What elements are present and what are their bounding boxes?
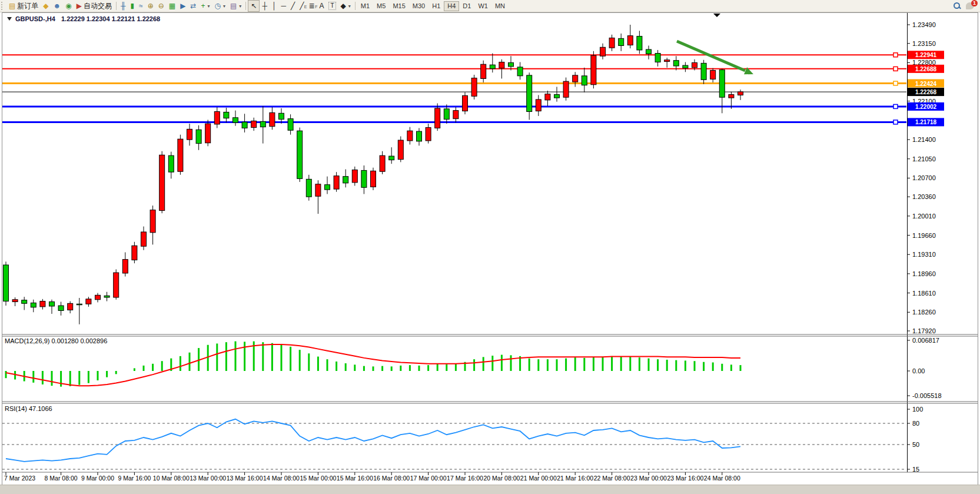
text-icon[interactable]: A bbox=[317, 1, 326, 11]
tile-windows-icon[interactable]: ▦ bbox=[167, 1, 178, 11]
level-line-handle[interactable] bbox=[893, 120, 898, 124]
notifications-icon[interactable]: 1 bbox=[966, 2, 974, 9]
candle-body bbox=[306, 179, 311, 197]
price-tick-label: 1.19660 bbox=[912, 232, 936, 239]
candle-body bbox=[609, 38, 614, 48]
dropdown-arrow-icon[interactable]: ▾ bbox=[223, 4, 225, 9]
dropdown-arrow-icon[interactable]: ▾ bbox=[207, 4, 210, 9]
candle-body bbox=[417, 131, 422, 141]
vertical-line-icon: │ bbox=[272, 1, 277, 11]
periods-icon: ◷ bbox=[214, 1, 220, 11]
candle-body bbox=[527, 75, 532, 112]
candle-body bbox=[40, 301, 45, 307]
candle-body bbox=[260, 121, 265, 127]
dropdown-arrow-icon[interactable]: ▾ bbox=[348, 4, 351, 9]
candle-body bbox=[160, 155, 165, 210]
candle-body bbox=[536, 100, 541, 111]
level-line-handle[interactable] bbox=[893, 53, 898, 57]
toolbar-grip bbox=[1, 2, 5, 10]
zoom-in-icon[interactable]: ⊕ bbox=[145, 1, 156, 11]
vertical-line-icon[interactable]: │ bbox=[270, 1, 279, 11]
window-bottom-scrollbar[interactable] bbox=[0, 485, 980, 494]
candle-body bbox=[582, 76, 587, 85]
text-label-icon: T bbox=[328, 2, 335, 10]
price-tick-label: 1.20700 bbox=[912, 174, 936, 181]
candle-body bbox=[68, 303, 73, 310]
arrows-icon[interactable]: ◆▾ bbox=[338, 1, 353, 11]
candlestick-chart-icon: ▮ bbox=[130, 1, 134, 11]
price-tick-label: 1.19310 bbox=[912, 251, 936, 258]
candle-body bbox=[407, 131, 413, 141]
level-line-handle[interactable] bbox=[893, 81, 898, 85]
timeframe-button-m30[interactable]: M30 bbox=[409, 1, 428, 11]
quote-ohlc: 1.22229 1.22304 1.22121 1.22268 bbox=[61, 15, 160, 22]
bar-chart-icon[interactable]: ╫ bbox=[118, 1, 128, 11]
line-chart-icon[interactable]: ≈ bbox=[137, 1, 145, 11]
timeframe-button-h1[interactable]: H1 bbox=[428, 1, 444, 11]
cursor-icon[interactable]: ↖ bbox=[248, 0, 260, 12]
level-line-handle[interactable] bbox=[893, 67, 898, 71]
timeframe-button-m1[interactable]: M1 bbox=[357, 1, 373, 11]
crosshair-icon: ┼ bbox=[262, 1, 267, 11]
candle-body bbox=[692, 62, 697, 67]
candle-body bbox=[58, 306, 64, 310]
timeframe-button-d1[interactable]: D1 bbox=[459, 1, 474, 11]
text-label-icon[interactable]: T bbox=[326, 1, 338, 11]
timeframe-button-m5[interactable]: M5 bbox=[373, 1, 389, 11]
terminal-icon[interactable]: ☻ bbox=[51, 1, 64, 11]
candlestick-chart-icon[interactable]: ▮ bbox=[128, 1, 137, 11]
strategy-tester-icon[interactable]: ◉ bbox=[63, 1, 74, 11]
timeframe-button-mn[interactable]: MN bbox=[491, 1, 509, 11]
timeframe-button-m15[interactable]: M15 bbox=[389, 1, 408, 11]
candle-body bbox=[205, 124, 211, 143]
candle-body bbox=[719, 70, 725, 98]
price-badge-label: 1.22268 bbox=[915, 89, 937, 95]
search-icon[interactable] bbox=[953, 2, 961, 10]
candle-body bbox=[499, 62, 504, 68]
chart-shift-icon[interactable]: ⇄ bbox=[188, 1, 198, 11]
candle-body bbox=[22, 300, 27, 304]
fibonacci-icon[interactable]: ≣F bbox=[306, 1, 317, 11]
auto-scroll-icon[interactable]: ▶ bbox=[178, 1, 188, 11]
horizontal-line-icon[interactable]: ─ bbox=[278, 1, 288, 11]
timeframe-button-w1[interactable]: W1 bbox=[474, 1, 491, 11]
indicators-icon[interactable]: +▾ bbox=[198, 1, 212, 11]
new-order-button[interactable]: ▤ 新订单 bbox=[6, 1, 41, 11]
candle-body bbox=[389, 156, 394, 160]
text-icon: A bbox=[319, 1, 324, 11]
candle-body bbox=[398, 140, 403, 160]
tile-windows-icon: ▦ bbox=[169, 1, 175, 11]
timeframe-button-h4[interactable]: H4 bbox=[444, 1, 459, 11]
date-label: 21 Mar 00:00 bbox=[520, 475, 557, 482]
candle-body bbox=[196, 130, 201, 143]
zoom-out-icon[interactable]: ⊖ bbox=[156, 1, 167, 11]
new-order-label: 新订单 bbox=[17, 1, 38, 11]
equidistant-channel-icon[interactable]: ╱E bbox=[297, 1, 306, 11]
autotrading-button[interactable]: ▶ 自动交易 bbox=[74, 1, 114, 11]
candle-body bbox=[77, 304, 82, 305]
level-line-handle[interactable] bbox=[893, 104, 898, 108]
candle-body bbox=[600, 47, 606, 56]
candle-body bbox=[141, 232, 147, 246]
date-label: 15 Mar 16:00 bbox=[337, 475, 373, 482]
notification-badge: 1 bbox=[971, 0, 978, 6]
date-label: 10 Mar 08:00 bbox=[153, 475, 190, 482]
date-label: 17 Mar 00:00 bbox=[410, 475, 447, 482]
candle-body bbox=[214, 112, 220, 124]
dropdown-arrow-icon[interactable]: ▾ bbox=[239, 4, 241, 9]
periods-icon[interactable]: ◷▾ bbox=[212, 1, 228, 11]
autotrading-icon: ▶ bbox=[77, 1, 82, 11]
candle-body bbox=[490, 65, 495, 69]
candle-body bbox=[122, 260, 128, 273]
price-tick-label: 1.20010 bbox=[912, 213, 936, 220]
metaeditor-icon[interactable]: ◆ bbox=[41, 1, 51, 11]
trendline-icon[interactable]: ╱ bbox=[288, 1, 297, 11]
date-label: 23 Mar 16:00 bbox=[667, 475, 703, 482]
price-tick-label: 1.18960 bbox=[912, 270, 936, 277]
price-tick-label: 1.18610 bbox=[912, 290, 936, 297]
crosshair-icon[interactable]: ┼ bbox=[260, 1, 270, 11]
macd-tick-label: 0.006817 bbox=[912, 337, 939, 344]
templates-icon[interactable]: ▤▾ bbox=[228, 1, 244, 11]
strategy-tester-icon: ◉ bbox=[65, 1, 71, 11]
candle-body bbox=[673, 61, 679, 66]
